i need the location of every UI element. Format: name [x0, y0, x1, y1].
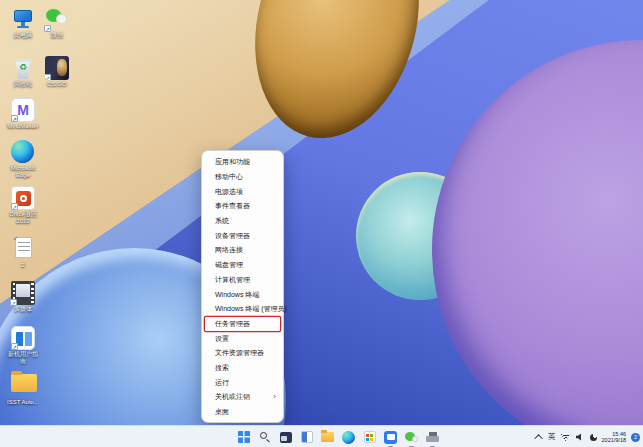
desktop-icon-label: Office激活 2019	[6, 211, 40, 225]
desktop-icon-label: 回收站	[6, 81, 40, 88]
menu-item-power-options[interactable]: 电源选项	[202, 184, 283, 199]
menu-item-disk-management[interactable]: 磁盘管理	[202, 258, 283, 273]
system-tray: 英 15:46 2021/9/18 2	[537, 426, 640, 447]
menu-item-system[interactable]: 系统	[202, 214, 283, 229]
menu-item-run[interactable]: 运行	[202, 375, 283, 390]
menu-item-event-viewer[interactable]: 事件查看器	[202, 199, 283, 214]
store-button[interactable]	[362, 430, 377, 445]
shortcut-arrow-icon: ↗	[11, 115, 18, 122]
desktop-icon-label: 多媒体	[6, 306, 40, 313]
screen-share-app-icon	[384, 431, 397, 444]
shortcut-arrow-icon: ↗	[45, 74, 51, 80]
moon-icon[interactable]	[590, 434, 597, 441]
recycle-bin-icon: ♻	[11, 56, 35, 80]
task-view-icon	[280, 432, 292, 443]
shortcut-arrow-icon: ↗	[44, 25, 51, 32]
widgets-button[interactable]	[299, 430, 314, 445]
office-icon: ↗	[11, 186, 35, 210]
desktop-icon-label: 新机用户指南	[6, 351, 40, 365]
search-button[interactable]	[257, 430, 272, 445]
tray-date: 2021/9/18	[602, 437, 626, 444]
edge-icon	[342, 431, 355, 444]
desktop-icon-recycle-bin[interactable]: ♻ 回收站	[6, 56, 40, 88]
volume-icon[interactable]	[576, 433, 585, 441]
desktop-icon-label: MindMaster	[6, 123, 40, 130]
widgets-icon	[301, 431, 313, 443]
mindmaster-icon: M↗	[11, 98, 35, 122]
wechat-icon	[405, 431, 418, 444]
wifi-icon[interactable]	[561, 433, 571, 441]
sync-check-overlay: ✓	[13, 235, 19, 243]
ime-indicator[interactable]: 英	[548, 432, 556, 442]
desktop-icon-label: CS:GO	[40, 81, 74, 88]
folder-icon	[11, 374, 35, 398]
shortcut-arrow-icon: ↗	[11, 343, 18, 350]
hidden-icons-chevron-icon[interactable]	[534, 434, 542, 442]
start-icon	[238, 431, 250, 443]
file-explorer-icon	[321, 432, 334, 442]
edge-button[interactable]	[341, 430, 356, 445]
desktop-icon-folder[interactable]: ISST Auto...	[6, 371, 40, 406]
menu-item-task-manager[interactable]: 任务管理器	[205, 317, 280, 332]
desktop-icon-edge[interactable]: Microsoft Edge	[6, 139, 40, 179]
desktop-icon-user-guide[interactable]: ↗ 新机用户指南	[6, 326, 40, 365]
menu-item-search[interactable]: 搜索	[202, 361, 283, 376]
desktop-icon-label: 此电脑	[6, 32, 40, 39]
menu-item-shutdown-or-signout[interactable]: 关机或注销 ›	[202, 390, 283, 405]
menu-item-file-explorer[interactable]: 文件资源管理器	[202, 346, 283, 361]
shortcut-arrow-icon: ↗	[10, 299, 17, 306]
desktop-icon-label: Microsoft Edge	[6, 165, 40, 179]
taskbar-center-icons	[236, 426, 440, 447]
winx-context-menu: 应用和功能 移动中心 电源选项 事件查看器 系统 设备管理器 网络连接 磁盘管理…	[201, 150, 284, 423]
search-icon	[259, 431, 271, 443]
start-button[interactable]	[236, 430, 251, 445]
menu-item-desktop[interactable]: 桌面	[202, 405, 283, 420]
text-document-icon: ✓	[11, 237, 35, 261]
file-explorer-button[interactable]	[320, 430, 335, 445]
media-icon: ↗	[11, 281, 35, 305]
edge-icon	[11, 140, 35, 164]
desktop-icon-label: ISST Auto...	[6, 399, 40, 406]
desktop-icon-this-pc[interactable]: 此电脑	[6, 7, 40, 39]
store-icon	[364, 431, 376, 443]
wechat-button[interactable]	[404, 430, 419, 445]
menu-item-device-manager[interactable]: 设备管理器	[202, 228, 283, 243]
menu-item-network-connections[interactable]: 网络连接	[202, 243, 283, 258]
desktop-icon-office-activation[interactable]: ↗ Office激活 2019	[6, 186, 40, 225]
this-pc-icon	[11, 7, 35, 31]
guide-book-icon: ↗	[11, 326, 35, 350]
menu-item-computer-management[interactable]: 计算机管理	[202, 273, 283, 288]
desktop: 此电脑 ↗ 微信 ♻ 回收站 ↗ CS:GO M↗ MindMaster Mic…	[0, 0, 643, 447]
desktop-icon-media[interactable]: ↗ 多媒体	[6, 281, 40, 313]
notification-badge[interactable]: 2	[631, 433, 640, 442]
game-icon: ↗	[45, 56, 69, 80]
desktop-icon-label: 微信	[40, 32, 74, 39]
task-view-button[interactable]	[278, 430, 293, 445]
desktop-icon-mindmaster[interactable]: M↗ MindMaster	[6, 98, 40, 130]
menu-item-mobility-center[interactable]: 移动中心	[202, 170, 283, 185]
menu-item-apps-and-features[interactable]: 应用和功能	[202, 155, 283, 170]
desktop-icon-wechat[interactable]: ↗ 微信	[40, 7, 74, 39]
shortcut-arrow-icon: ↗	[11, 203, 18, 210]
clock[interactable]: 15:46 2021/9/18	[602, 431, 626, 444]
desktop-icon-text-document[interactable]: ✓ 2	[6, 236, 40, 269]
printer-app-button[interactable]	[425, 430, 440, 445]
desktop-icon-label: 2	[6, 262, 40, 269]
desktop-icon-game[interactable]: ↗ CS:GO	[40, 56, 74, 88]
screen-share-app-button[interactable]	[383, 430, 398, 445]
menu-item-windows-terminal[interactable]: Windows 终端	[202, 287, 283, 302]
printer-app-icon	[426, 432, 439, 443]
menu-item-settings[interactable]: 设置	[202, 331, 283, 346]
menu-item-windows-terminal-admin[interactable]: Windows 终端 (管理员)	[202, 302, 283, 317]
wechat-icon: ↗	[45, 7, 69, 31]
taskbar: 英 15:46 2021/9/18 2	[0, 425, 643, 447]
submenu-chevron-icon: ›	[273, 393, 276, 401]
